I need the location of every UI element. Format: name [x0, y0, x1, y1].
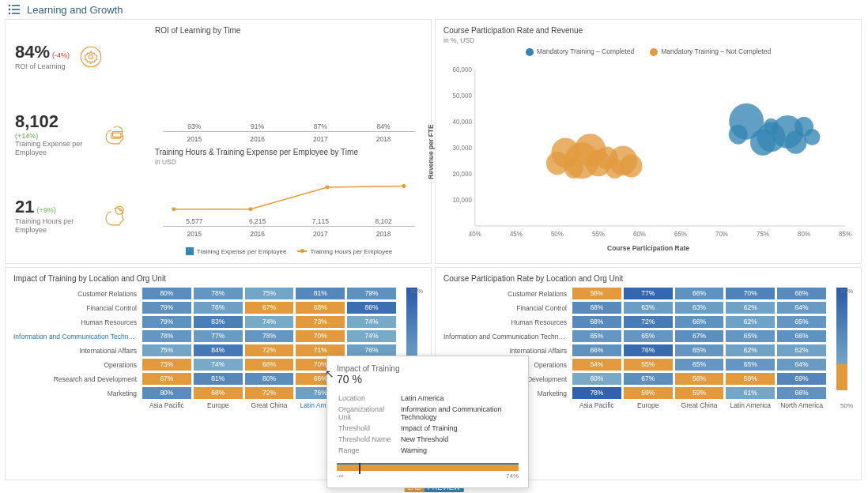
hm-cell[interactable]: 70%: [726, 288, 775, 299]
hm-cell[interactable]: 68%: [572, 316, 621, 328]
hm-cell[interactable]: 63%: [675, 302, 724, 314]
hm-cell[interactable]: 78%: [142, 330, 191, 342]
hm-cell[interactable]: 65%: [726, 330, 775, 342]
hm-cell[interactable]: 63%: [624, 302, 673, 314]
hm-row-label[interactable]: Human Resources: [443, 318, 570, 326]
hm-cell[interactable]: 65%: [777, 316, 826, 328]
hm-col-label[interactable]: Asia Pacific: [572, 401, 621, 409]
hm-col-label[interactable]: Great China: [245, 401, 294, 409]
hm-cell[interactable]: 67%: [142, 373, 191, 385]
hm-cell[interactable]: 77%: [194, 330, 243, 342]
hm-cell[interactable]: 70%: [296, 330, 345, 342]
hm-row-label[interactable]: Information and Communication Technology: [443, 333, 570, 341]
hm-cell[interactable]: 72%: [624, 316, 673, 328]
hm-row-label[interactable]: International Affairs: [443, 347, 570, 355]
hm-cell[interactable]: 54%: [572, 359, 621, 371]
hm-cell[interactable]: 65%: [624, 330, 673, 342]
hm-cell[interactable]: 78%: [245, 330, 294, 342]
hm-cell[interactable]: 62%: [726, 302, 775, 314]
hm-cell[interactable]: 65%: [675, 359, 724, 371]
hm-cell[interactable]: 72%: [245, 344, 294, 356]
hm-cell[interactable]: 66%: [777, 387, 826, 399]
scatter-point-nc[interactable]: [621, 154, 643, 177]
hm-cell[interactable]: 78%: [572, 387, 621, 399]
hm-col-label[interactable]: Europe: [194, 401, 243, 409]
hm-cell[interactable]: 68%: [296, 302, 345, 314]
hm-cell[interactable]: 65%: [675, 344, 724, 356]
hm-cell[interactable]: 61%: [726, 387, 775, 399]
hm-cell[interactable]: 74%: [245, 316, 294, 328]
hm-col-label[interactable]: Great China: [675, 401, 724, 409]
panel-kpi-and-bars: 84%(-4%) ROI of Learning 8,102 (+14%) Tr…: [5, 19, 432, 264]
hm-row-label[interactable]: Human Resources: [13, 318, 140, 326]
hm-row-label[interactable]: Customer Relations: [443, 290, 570, 298]
hm-cell[interactable]: 65%: [726, 359, 775, 371]
hm-cell[interactable]: 66%: [675, 288, 724, 299]
hm-row-label[interactable]: International Affairs: [13, 347, 140, 355]
hm-row-label[interactable]: Financial Control: [13, 304, 140, 312]
hm-cell[interactable]: 69%: [777, 373, 826, 385]
menu-icon[interactable]: [8, 3, 21, 16]
hm-cell[interactable]: 60%: [572, 373, 621, 385]
hm-cell[interactable]: 74%: [347, 316, 396, 328]
hm-col-label[interactable]: Asia Pacific: [142, 401, 191, 409]
hm-cell[interactable]: 58%: [572, 288, 621, 299]
hm-cell[interactable]: 73%: [296, 316, 345, 328]
hm-cell[interactable]: 59%: [624, 387, 673, 399]
hm-cell[interactable]: 67%: [624, 373, 673, 385]
hm-cell[interactable]: 64%: [777, 359, 826, 371]
hm-cell[interactable]: 74%: [194, 359, 243, 371]
hm-cell[interactable]: 79%: [347, 288, 396, 299]
hm-cell[interactable]: 73%: [142, 359, 191, 371]
hm-cell[interactable]: 77%: [624, 288, 673, 299]
hm-cell[interactable]: 67%: [675, 330, 724, 342]
hm-cell[interactable]: 84%: [194, 344, 243, 356]
hm-row-label[interactable]: Marketing: [13, 390, 140, 397]
hm-cell[interactable]: 62%: [726, 316, 775, 328]
hm-cell[interactable]: 66%: [777, 330, 826, 342]
hm-cell[interactable]: 67%: [245, 302, 294, 314]
tt-value: 70 %: [337, 373, 519, 386]
hm-cell[interactable]: 55%: [624, 359, 673, 371]
hm-cell[interactable]: 76%: [624, 344, 673, 356]
hm-cell[interactable]: 59%: [726, 373, 775, 385]
hm-cell[interactable]: 81%: [194, 373, 243, 385]
hm-row-label[interactable]: Customer Relations: [13, 290, 140, 298]
hm-cell[interactable]: 66%: [572, 344, 621, 356]
hm-cell[interactable]: 81%: [296, 288, 345, 299]
hm-cell[interactable]: 65%: [572, 330, 621, 342]
hm-cell[interactable]: 86%: [347, 302, 396, 314]
hm-col-label[interactable]: Europe: [624, 401, 673, 409]
hm-col-label[interactable]: Latin America: [726, 401, 775, 409]
hm-row-label[interactable]: Research and Development: [13, 375, 140, 383]
hm-cell[interactable]: 68%: [777, 288, 826, 299]
hm-row-label[interactable]: Financial Control: [443, 304, 570, 312]
hm-cell[interactable]: 79%: [142, 302, 191, 314]
hm-row-label[interactable]: Operations: [13, 361, 140, 369]
hm-cell[interactable]: 79%: [142, 316, 191, 328]
hm-cell[interactable]: 66%: [675, 316, 724, 328]
hm-cell[interactable]: 74%: [347, 330, 396, 342]
hm-cell[interactable]: 72%: [245, 387, 294, 399]
hm-col-label[interactable]: North America: [777, 401, 826, 409]
hm-cell[interactable]: 62%: [726, 344, 775, 356]
hm-cell[interactable]: 80%: [142, 387, 191, 399]
hm-cell[interactable]: 80%: [245, 373, 294, 385]
hm-cell[interactable]: 78%: [194, 288, 243, 299]
hm-cell[interactable]: 68%: [245, 359, 294, 371]
hm-cell[interactable]: 68%: [572, 302, 621, 314]
hm-cell[interactable]: 76%: [194, 302, 243, 314]
hm-cell[interactable]: 68%: [194, 387, 243, 399]
hm-cell[interactable]: 83%: [194, 316, 243, 328]
scatter-point-c[interactable]: [804, 129, 820, 145]
hm-cell[interactable]: 64%: [777, 302, 826, 314]
hm-cell[interactable]: 71%: [296, 344, 345, 356]
hm-row-label[interactable]: Information and Communication Technology: [13, 333, 140, 341]
hm-cell[interactable]: 62%: [777, 344, 826, 356]
hm-cell[interactable]: 59%: [675, 387, 724, 399]
hm-cell[interactable]: 75%: [245, 288, 294, 299]
hm-cell[interactable]: 80%: [142, 288, 191, 299]
hm-cell[interactable]: 58%: [675, 373, 724, 385]
hm-cell[interactable]: 75%: [142, 344, 191, 356]
hm-cell[interactable]: 76%: [347, 344, 396, 356]
